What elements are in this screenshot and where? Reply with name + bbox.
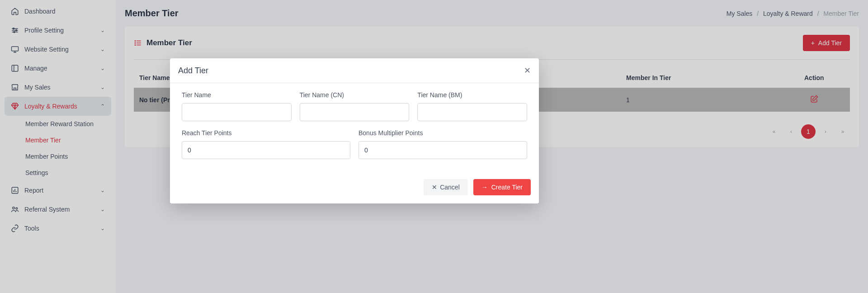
input-bonus-multiplier[interactable] (359, 141, 527, 159)
modal-header: Add Tier ✕ (170, 58, 539, 83)
input-tier-name[interactable] (182, 103, 292, 121)
label-bonus-multiplier: Bonus Multiplier Points (359, 129, 527, 137)
button-label: Cancel (440, 184, 460, 191)
modal-footer: ✕ Cancel → Create Tier (170, 171, 539, 203)
label-tier-name-bm: Tier Name (BM) (417, 91, 527, 99)
label-tier-name: Tier Name (182, 91, 292, 99)
label-tier-name-cn: Tier Name (CN) (300, 91, 410, 99)
add-tier-modal: Add Tier ✕ Tier Name Tier Name (CN) Tier… (170, 58, 539, 203)
create-tier-button[interactable]: → Create Tier (473, 179, 531, 195)
modal-body: Tier Name Tier Name (CN) Tier Name (BM) … (170, 83, 539, 171)
input-reach-points[interactable] (182, 141, 350, 159)
button-label: Create Tier (491, 184, 523, 191)
cancel-button[interactable]: ✕ Cancel (424, 179, 468, 195)
arrow-right-icon: → (481, 184, 488, 191)
input-tier-name-bm[interactable] (417, 103, 527, 121)
label-reach-points: Reach Tier Points (182, 129, 350, 137)
close-icon[interactable]: ✕ (524, 66, 531, 76)
close-icon: ✕ (432, 184, 437, 191)
modal-title: Add Tier (178, 66, 208, 76)
input-tier-name-cn[interactable] (300, 103, 410, 121)
